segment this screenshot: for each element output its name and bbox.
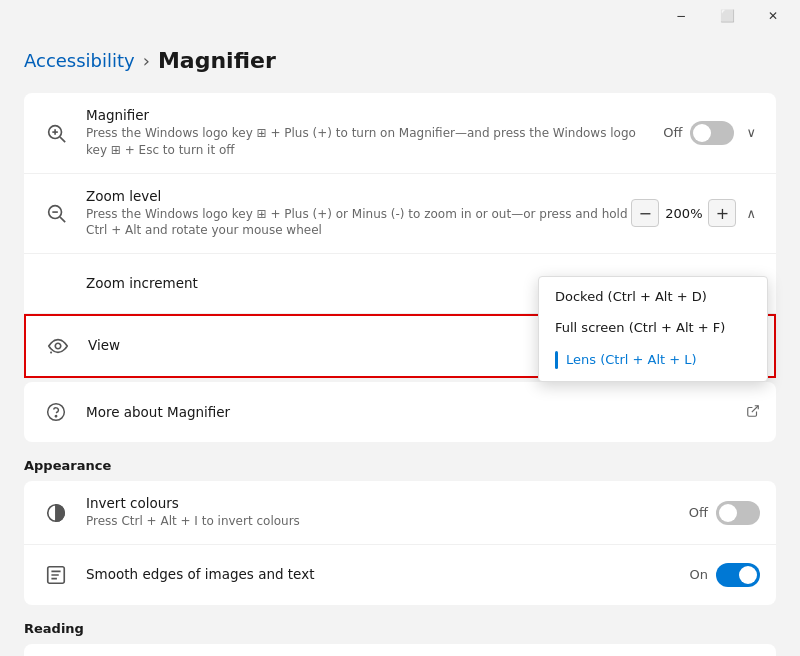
title-bar: − ⬜ ✕	[0, 0, 800, 32]
magnifier-text: Magnifier Press the Windows logo key ⊞ +…	[86, 107, 663, 159]
svg-line-1	[60, 137, 65, 142]
magnifier-chevron[interactable]: ∨	[742, 121, 760, 144]
zoom-level-title: Zoom level	[86, 188, 631, 204]
breadcrumb-parent[interactable]: Accessibility	[24, 50, 135, 71]
invert-colours-icon	[40, 497, 72, 529]
view-dropdown: Docked (Ctrl + Alt + D) Full screen (Ctr…	[538, 276, 768, 382]
magnifier-title: Magnifier	[86, 107, 663, 123]
smooth-edges-text: Smooth edges of images and text	[86, 566, 690, 584]
dropdown-item-docked[interactable]: Docked (Ctrl + Alt + D)	[539, 281, 767, 312]
magnifier-control: Off ∨	[663, 121, 760, 145]
breadcrumb: Accessibility › Magnifier	[24, 48, 776, 73]
svg-line-11	[752, 405, 758, 411]
smooth-edges-row: Smooth edges of images and text On	[24, 545, 776, 605]
magnifier-section: Magnifier Press the Windows logo key ⊞ +…	[24, 93, 776, 378]
zoom-decrease-button[interactable]: −	[631, 199, 659, 227]
zoom-level-chevron[interactable]: ∧	[742, 202, 760, 225]
zoom-level-desc: Press the Windows logo key ⊞ + Plus (+) …	[86, 206, 631, 240]
minimize-button[interactable]: −	[658, 0, 704, 32]
zoom-value: 200%	[665, 206, 702, 221]
toggle-knob	[693, 124, 711, 142]
zoom-increase-button[interactable]: +	[708, 199, 736, 227]
svg-point-7	[55, 343, 61, 349]
zoom-level-row: Zoom level Press the Windows logo key ⊞ …	[24, 174, 776, 255]
maximize-button[interactable]: ⬜	[704, 0, 750, 32]
dropdown-selected-indicator	[555, 351, 558, 369]
lens-label: Lens (Ctrl + Alt + L)	[566, 352, 697, 367]
reading-card: Reading shortcut Ctrl + Alt ∨	[24, 644, 776, 656]
more-about-row[interactable]: More about Magnifier	[24, 382, 776, 442]
smooth-edges-toggle-label: On	[690, 567, 708, 582]
docked-label: Docked (Ctrl + Alt + D)	[555, 289, 707, 304]
content-area: Accessibility › Magnifier Magnifier Pres…	[0, 32, 800, 656]
more-about-label: More about Magnifier	[86, 404, 746, 420]
invert-colours-toggle[interactable]	[716, 501, 760, 525]
external-link-icon	[746, 404, 760, 421]
view-icon	[42, 330, 74, 362]
magnifier-toggle-label: Off	[663, 125, 682, 140]
page-title: Magnifier	[158, 48, 276, 73]
dropdown-item-lens[interactable]: Lens (Ctrl + Alt + L)	[539, 343, 767, 377]
magnifier-toggle[interactable]	[690, 121, 734, 145]
breadcrumb-separator: ›	[143, 50, 150, 71]
reading-shortcut-row: Reading shortcut Ctrl + Alt ∨	[24, 644, 776, 656]
invert-colours-title: Invert colours	[86, 495, 689, 511]
svg-line-5	[60, 218, 65, 223]
fullscreen-label: Full screen (Ctrl + Alt + F)	[555, 320, 725, 335]
invert-colours-text: Invert colours Press Ctrl + Alt + I to i…	[86, 495, 689, 530]
zoom-level-control: − 200% + ∧	[631, 199, 760, 227]
zoom-level-text: Zoom level Press the Windows logo key ⊞ …	[86, 188, 631, 240]
smooth-edges-title: Smooth edges of images and text	[86, 566, 690, 582]
reading-section-label: Reading	[24, 621, 776, 636]
svg-point-10	[55, 416, 56, 417]
dropdown-item-fullscreen[interactable]: Full screen (Ctrl + Alt + F)	[539, 312, 767, 343]
magnifier-desc: Press the Windows logo key ⊞ + Plus (+) …	[86, 125, 646, 159]
invert-colours-row: Invert colours Press Ctrl + Alt + I to i…	[24, 481, 776, 545]
smooth-edges-control: On	[690, 563, 760, 587]
magnifier-row: Magnifier Press the Windows logo key ⊞ +…	[24, 93, 776, 174]
invert-colours-control: Off	[689, 501, 760, 525]
appearance-card: Invert colours Press Ctrl + Alt + I to i…	[24, 481, 776, 605]
invert-toggle-knob	[719, 504, 737, 522]
smooth-toggle-knob	[739, 566, 757, 584]
svg-point-9	[48, 404, 65, 421]
smooth-edges-toggle[interactable]	[716, 563, 760, 587]
zoom-level-icon	[40, 197, 72, 229]
invert-colours-toggle-label: Off	[689, 505, 708, 520]
invert-colours-desc: Press Ctrl + Alt + I to invert colours	[86, 513, 646, 530]
close-button[interactable]: ✕	[750, 0, 796, 32]
help-icon	[40, 396, 72, 428]
zoom-increment-row: Zoom increment Docked (Ctrl + Alt + D) F…	[24, 254, 776, 314]
smooth-edges-icon	[40, 559, 72, 591]
appearance-section-label: Appearance	[24, 458, 776, 473]
magnifier-icon	[40, 117, 72, 149]
more-about-card: More about Magnifier	[24, 382, 776, 442]
